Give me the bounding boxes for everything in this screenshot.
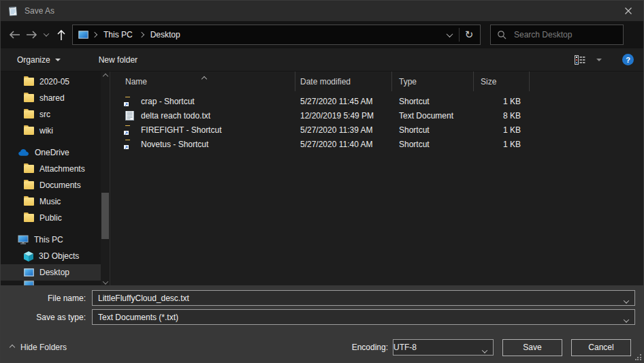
scroll-up-button[interactable] xyxy=(101,72,110,80)
save-as-type-row: Save as type: Text Documents (*.txt) xyxy=(1,309,635,325)
sidebar-item-label: Documents xyxy=(39,180,81,190)
date-modified-cell: 5/27/2020 11:39 AM xyxy=(295,125,392,135)
chevron-up-icon xyxy=(10,345,15,350)
column-header-type[interactable]: Type xyxy=(392,72,474,91)
breadcrumb-this-pc[interactable]: This PC xyxy=(98,25,138,44)
chevron-down-icon xyxy=(446,31,453,37)
sidebar-item-3d-objects[interactable]: 3D Objects xyxy=(1,248,110,264)
file-rows: crap - Shortcut 5/27/2020 11:45 AM Short… xyxy=(110,94,643,151)
organize-button[interactable]: Organize xyxy=(14,51,63,69)
file-row-crap-shortcut[interactable]: crap - Shortcut 5/27/2020 11:45 AM Short… xyxy=(110,94,643,108)
sidebar-item-label: 3D Objects xyxy=(39,251,79,261)
column-label: Name xyxy=(125,77,147,86)
sidebar-item-desktop[interactable]: Desktop xyxy=(1,264,110,281)
close-button[interactable] xyxy=(613,1,643,21)
command-toolbar: Organize New folder xyxy=(1,48,643,72)
sidebar-item-shared[interactable]: shared xyxy=(1,90,110,106)
sidebar-item-label: shared xyxy=(39,93,65,103)
sidebar-scrollbar[interactable] xyxy=(101,72,110,287)
file-row-novetus-shortcut[interactable]: Novetus - Shortcut 5/27/2020 11:40 AM Sh… xyxy=(110,137,643,151)
size-cell: 1 KB xyxy=(474,125,530,135)
address-dropdown-button[interactable] xyxy=(440,25,459,44)
chevron-down-icon xyxy=(44,31,49,36)
breadcrumb-desktop[interactable]: Desktop xyxy=(145,25,186,44)
sidebar-item-attachments[interactable]: Attachments xyxy=(1,161,110,177)
computer-icon xyxy=(18,235,29,244)
onedrive-cloud-icon xyxy=(18,148,29,157)
file-row-firefight-shortcut[interactable]: FIREFIGHT - Shortcut 5/27/2020 11:39 AM … xyxy=(110,123,643,137)
file-name-cell: crap - Shortcut xyxy=(110,97,295,106)
size-cell: 8 KB xyxy=(474,111,530,121)
hide-folders-button[interactable]: Hide Folders xyxy=(10,343,67,352)
sidebar-item-this-pc[interactable]: This PC xyxy=(1,232,110,248)
size-cell: 1 KB xyxy=(474,140,530,149)
sidebar-item-label: Desktop xyxy=(39,268,69,277)
up-button[interactable] xyxy=(52,26,69,44)
view-mode-button[interactable] xyxy=(572,51,588,69)
column-label: Size xyxy=(481,77,496,86)
save-as-type-select[interactable]: Text Documents (*.txt) xyxy=(92,309,635,325)
cancel-button[interactable]: Cancel xyxy=(571,339,631,356)
sidebar-item-src[interactable]: src xyxy=(1,106,110,123)
column-label: Date modified xyxy=(300,77,351,86)
recent-locations-button[interactable] xyxy=(40,26,52,44)
encoding-select[interactable]: UTF-8 xyxy=(393,339,494,356)
refresh-icon: ↻ xyxy=(465,30,474,40)
folder-icon xyxy=(24,214,34,222)
sidebar-item-2020-05[interactable]: 2020-05 xyxy=(1,74,110,90)
file-list: Name Date modified Type Size xyxy=(110,72,643,287)
file-name: FIREFIGHT - Shortcut xyxy=(141,125,221,135)
sidebar-item-music[interactable]: Music xyxy=(1,193,110,210)
this-pc-icon xyxy=(78,31,88,39)
titlebar: Save As xyxy=(1,1,643,21)
search-icon xyxy=(497,30,506,40)
date-modified-cell: 5/27/2020 11:40 AM xyxy=(295,140,392,149)
forward-button[interactable] xyxy=(23,26,40,44)
folder-icon xyxy=(24,94,34,102)
address-bar[interactable]: This PC Desktop ↻ xyxy=(72,25,481,45)
column-header-date-modified[interactable]: Date modified xyxy=(295,72,392,91)
navigation-bar: This PC Desktop ↻ xyxy=(1,21,643,48)
sidebar-group-gap xyxy=(1,226,110,232)
sidebar-item-onedrive[interactable]: OneDrive xyxy=(1,144,110,161)
desktop-monitor-icon xyxy=(24,268,34,277)
file-name-cell: Novetus - Shortcut xyxy=(110,140,295,149)
sidebar-item-wiki[interactable]: wiki xyxy=(1,123,110,139)
back-arrow-icon xyxy=(9,30,20,40)
back-button[interactable] xyxy=(6,26,23,44)
forward-arrow-icon xyxy=(26,30,37,40)
encoding-value: UTF-8 xyxy=(393,343,417,352)
sidebar-item-label: wiki xyxy=(39,126,53,136)
column-header-size[interactable]: Size xyxy=(474,72,530,91)
file-name-input[interactable] xyxy=(93,294,634,303)
folder-shortcut-icon xyxy=(125,126,135,134)
search-input[interactable] xyxy=(513,29,617,40)
sidebar-item-documents[interactable]: Documents xyxy=(1,177,110,193)
sidebar-item-label: 2020-05 xyxy=(39,77,69,86)
folder-icon xyxy=(24,165,34,173)
breadcrumb-chevron-icon xyxy=(140,33,144,37)
file-row-delta-reach-todo[interactable]: delta reach todo.txt 12/20/2019 5:49 PM … xyxy=(110,108,643,123)
sidebar-item-label: Music xyxy=(39,197,61,206)
search-box xyxy=(490,25,624,45)
scrollbar-thumb[interactable] xyxy=(101,193,109,239)
folder-shortcut-icon xyxy=(125,97,135,106)
sidebar-item-label: src xyxy=(39,110,50,119)
chevron-down-icon[interactable] xyxy=(624,296,628,306)
organize-label: Organize xyxy=(17,55,50,65)
notepad-app-icon xyxy=(7,5,18,16)
new-folder-button[interactable]: New folder xyxy=(96,51,140,69)
column-headers: Name Date modified Type Size xyxy=(110,72,643,91)
file-name: delta reach todo.txt xyxy=(141,111,210,121)
sidebar-item-public[interactable]: Public xyxy=(1,210,110,226)
folder-icon xyxy=(24,198,34,206)
resize-grip[interactable] xyxy=(635,354,641,360)
view-mode-dropdown-button[interactable] xyxy=(594,51,605,69)
folder-icon xyxy=(24,110,34,119)
save-panel: File name: Save as type: Text Documents … xyxy=(1,285,643,362)
refresh-button[interactable]: ↻ xyxy=(460,25,479,44)
size-cell: 1 KB xyxy=(474,97,530,106)
type-cell: Shortcut xyxy=(392,97,474,106)
help-button[interactable]: ? xyxy=(622,54,634,65)
save-button[interactable]: Save xyxy=(502,339,562,356)
